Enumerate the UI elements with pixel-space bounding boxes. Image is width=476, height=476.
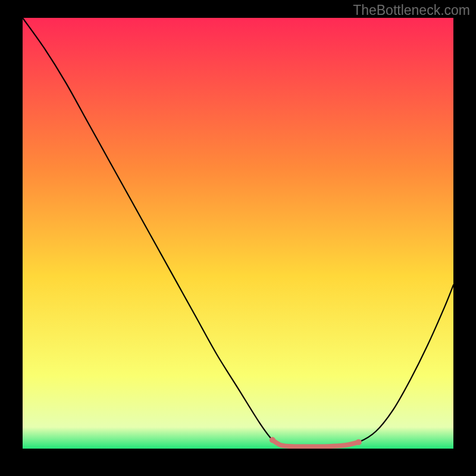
optimal-zone	[273, 440, 359, 447]
optimal-zone-endpoint	[270, 437, 275, 443]
plot-area	[23, 18, 453, 449]
chart-container: TheBottleneck.com	[0, 0, 476, 476]
bottleneck-curve	[23, 18, 453, 447]
curve-layer	[23, 18, 453, 449]
watermark-text: TheBottleneck.com	[353, 2, 470, 18]
optimal-zone-endpoint	[356, 439, 362, 445]
